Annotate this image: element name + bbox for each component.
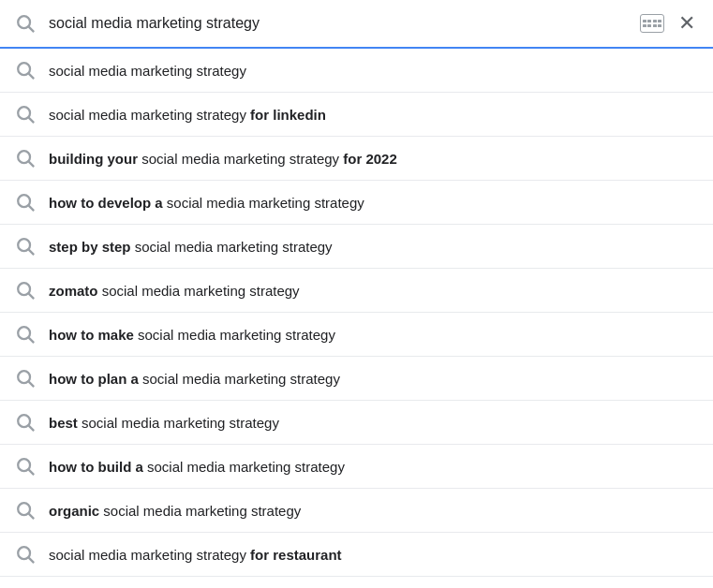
search-icon [15,544,36,565]
list-item[interactable]: organic social media marketing strategy [0,489,713,532]
svg-line-13 [29,294,34,300]
list-item[interactable]: step by step social media marketing stra… [0,225,713,268]
suggestion-text: zomato social media marketing strategy [49,281,300,301]
svg-point-18 [18,415,30,427]
svg-point-4 [18,107,30,119]
svg-point-14 [18,327,30,339]
search-bar: ✕ [0,0,713,49]
svg-point-8 [18,195,30,207]
svg-point-22 [18,503,30,515]
close-button[interactable]: ✕ [676,12,698,35]
suggestion-text: how to make social media marketing strat… [49,325,335,345]
search-icon [15,192,36,213]
svg-line-15 [29,338,34,344]
svg-point-0 [18,16,30,28]
list-item[interactable]: how to make social media marketing strat… [0,313,713,356]
svg-line-5 [29,118,34,124]
list-item[interactable]: social media marketing strategy malayala… [0,577,713,588]
list-item[interactable]: building your social media marketing str… [0,137,713,180]
svg-line-7 [29,162,34,168]
suggestion-text: step by step social media marketing stra… [49,237,333,257]
search-icon [15,236,36,257]
list-item[interactable]: how to plan a social media marketing str… [0,357,713,400]
search-icon [15,324,36,345]
list-item[interactable]: zomato social media marketing strategy [0,269,713,312]
suggestion-text: how to develop a social media marketing … [49,193,364,213]
list-item[interactable]: how to build a social media marketing st… [0,445,713,488]
svg-line-25 [29,558,34,564]
search-icon [15,456,36,477]
svg-line-1 [29,27,34,32]
svg-point-20 [18,459,30,471]
suggestion-text: organic social media marketing strategy [49,501,301,521]
svg-line-23 [29,514,34,520]
search-icon [15,60,36,81]
svg-point-6 [18,151,30,163]
svg-point-24 [18,547,30,559]
suggestion-text: how to plan a social media marketing str… [49,369,340,389]
search-input[interactable] [49,15,640,32]
suggestion-text: building your social media marketing str… [49,149,397,169]
search-icon [15,280,36,301]
list-item[interactable]: best social media marketing strategy [0,401,713,444]
search-icon [15,104,36,125]
suggestion-text: social media marketing strategy [49,61,246,81]
search-actions: ✕ [640,12,698,35]
search-icon [15,412,36,433]
list-item[interactable]: social media marketing strategy for link… [0,93,713,136]
svg-line-17 [29,382,34,388]
list-item[interactable]: social media marketing strategy [0,49,713,92]
svg-point-16 [18,371,30,383]
search-icon [15,500,36,521]
suggestions-list: social media marketing strategysocial me… [0,49,713,588]
search-icon [15,368,36,389]
list-item[interactable]: how to develop a social media marketing … [0,181,713,224]
svg-point-12 [18,283,30,295]
search-icon [15,148,36,169]
svg-line-11 [29,250,34,256]
svg-point-2 [18,63,30,75]
svg-point-10 [18,239,30,251]
svg-line-9 [29,206,34,212]
suggestion-text: how to build a social media marketing st… [49,457,345,477]
suggestion-text: best social media marketing strategy [49,413,279,433]
suggestion-text: social media marketing strategy for rest… [49,545,342,565]
suggestion-text: social media marketing strategy for link… [49,105,326,125]
search-icon [15,13,36,34]
svg-line-21 [29,470,34,476]
keyboard-icon[interactable] [640,14,664,33]
svg-line-3 [29,74,34,80]
svg-line-19 [29,426,34,432]
list-item[interactable]: social media marketing strategy for rest… [0,533,713,576]
